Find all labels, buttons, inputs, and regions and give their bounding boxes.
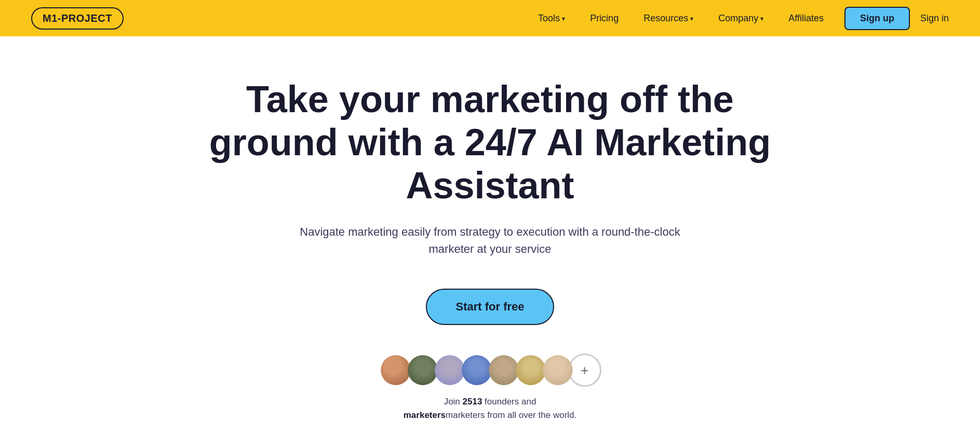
nav-links: Tools ▾ Pricing Resources ▾ Company ▾ Af…: [538, 13, 824, 24]
nav-item-affiliates[interactable]: Affiliates: [788, 13, 824, 24]
chevron-down-icon: ▾: [760, 15, 763, 22]
logo[interactable]: M1-PROJECT: [31, 7, 124, 30]
avatars-row: +: [379, 354, 601, 387]
nav-item-pricing[interactable]: Pricing: [590, 13, 619, 24]
start-for-free-button[interactable]: Start for free: [426, 289, 554, 325]
hero-title: Take your marketing off the ground with …: [205, 78, 776, 207]
chevron-down-icon: ▾: [562, 15, 565, 22]
avatar: [541, 354, 574, 387]
signin-button[interactable]: Sign in: [920, 13, 949, 24]
nav-item-company[interactable]: Company ▾: [718, 13, 763, 24]
signup-button[interactable]: Sign up: [844, 7, 910, 30]
social-proof: + Join 2513 founders and marketersmarket…: [379, 354, 601, 422]
avatar: [514, 354, 547, 387]
join-count: 2513: [463, 397, 482, 407]
avatar: [433, 354, 466, 387]
avatar: [406, 354, 439, 387]
avatar: [460, 354, 493, 387]
hero-subtitle: Navigate marketing easily from strategy …: [288, 223, 693, 258]
avatar-more: +: [568, 354, 601, 387]
avatar: [379, 354, 412, 387]
logo-text: M1-PROJECT: [43, 12, 112, 24]
plus-icon: +: [581, 362, 588, 378]
hero-section: Take your marketing off the ground with …: [0, 36, 980, 447]
nav-item-tools[interactable]: Tools ▾: [538, 13, 565, 24]
join-text: Join 2513 founders and marketersmarketer…: [404, 395, 577, 422]
avatar: [487, 354, 520, 387]
navbar: M1-PROJECT Tools ▾ Pricing Resources ▾ C…: [0, 0, 980, 36]
nav-item-resources[interactable]: Resources ▾: [643, 13, 693, 24]
chevron-down-icon: ▾: [690, 15, 693, 22]
join-marketers: marketers: [404, 410, 446, 420]
nav-auth: Sign up Sign in: [844, 7, 949, 30]
